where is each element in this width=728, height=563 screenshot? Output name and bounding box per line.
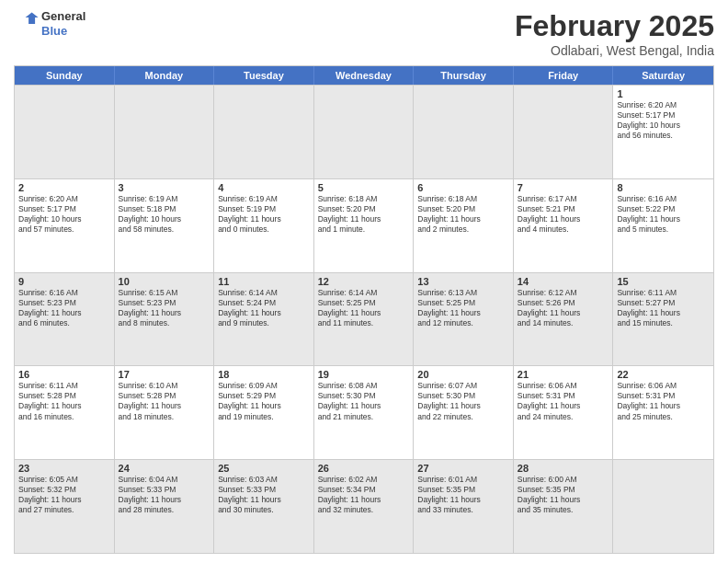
day-info: Sunrise: 6:18 AM Sunset: 5:20 PM Dayligh… [417,194,509,235]
empty-cell-r0c0 [15,86,115,178]
title-block: February 2025 Odlabari, West Bengal, Ind… [515,9,714,58]
day-cell-2: 2Sunrise: 6:20 AM Sunset: 5:17 PM Daylig… [15,179,115,272]
day-number: 20 [417,369,509,380]
day-cell-23: 23Sunrise: 6:05 AM Sunset: 5:32 PM Dayli… [15,460,115,553]
calendar-header: SundayMondayTuesdayWednesdayThursdayFrid… [15,66,713,85]
day-info: Sunrise: 6:20 AM Sunset: 5:17 PM Dayligh… [617,100,710,141]
day-cell-9: 9Sunrise: 6:16 AM Sunset: 5:23 PM Daylig… [15,273,115,366]
day-info: Sunrise: 6:06 AM Sunset: 5:31 PM Dayligh… [617,381,710,421]
empty-cell-r0c2 [214,86,314,178]
day-number: 2 [18,182,110,193]
calendar-row-1: 1Sunrise: 6:20 AM Sunset: 5:17 PM Daylig… [15,85,713,178]
month-year: February 2025 [515,9,714,43]
day-info: Sunrise: 6:11 AM Sunset: 5:28 PM Dayligh… [18,381,110,421]
day-cell-28: 28Sunrise: 6:00 AM Sunset: 5:35 PM Dayli… [514,460,614,553]
day-number: 27 [417,463,509,474]
header: General Blue February 2025 Odlabari, Wes… [14,9,714,58]
calendar-body: 1Sunrise: 6:20 AM Sunset: 5:17 PM Daylig… [15,85,713,553]
weekday-header-monday: Monday [115,66,215,85]
day-number: 18 [218,369,310,380]
day-info: Sunrise: 6:04 AM Sunset: 5:33 PM Dayligh… [119,475,210,515]
day-info: Sunrise: 6:14 AM Sunset: 5:24 PM Dayligh… [218,288,310,328]
day-number: 10 [119,276,210,287]
weekday-header-thursday: Thursday [414,66,514,85]
day-info: Sunrise: 6:16 AM Sunset: 5:22 PM Dayligh… [617,194,710,235]
day-number: 19 [318,369,410,380]
day-number: 21 [518,369,609,380]
day-cell-22: 22Sunrise: 6:06 AM Sunset: 5:31 PM Dayli… [613,366,713,459]
day-number: 14 [518,276,609,287]
day-info: Sunrise: 6:14 AM Sunset: 5:25 PM Dayligh… [318,288,410,328]
day-cell-16: 16Sunrise: 6:11 AM Sunset: 5:28 PM Dayli… [15,366,115,459]
day-info: Sunrise: 6:00 AM Sunset: 5:35 PM Dayligh… [518,475,609,515]
day-info: Sunrise: 6:02 AM Sunset: 5:34 PM Dayligh… [318,475,410,515]
day-cell-11: 11Sunrise: 6:14 AM Sunset: 5:24 PM Dayli… [214,273,314,366]
day-info: Sunrise: 6:15 AM Sunset: 5:23 PM Dayligh… [119,288,210,328]
day-cell-7: 7Sunrise: 6:17 AM Sunset: 5:21 PM Daylig… [514,179,614,272]
logo-icon [14,11,40,37]
day-number: 24 [119,463,210,474]
empty-cell-r0c1 [115,86,215,178]
svg-marker-0 [26,12,39,24]
calendar-row-5: 23Sunrise: 6:05 AM Sunset: 5:32 PM Dayli… [15,459,713,553]
weekday-header-saturday: Saturday [613,66,713,85]
day-cell-13: 13Sunrise: 6:13 AM Sunset: 5:25 PM Dayli… [414,273,514,366]
day-info: Sunrise: 6:13 AM Sunset: 5:25 PM Dayligh… [417,288,509,328]
day-cell-19: 19Sunrise: 6:08 AM Sunset: 5:30 PM Dayli… [314,366,415,459]
day-cell-14: 14Sunrise: 6:12 AM Sunset: 5:26 PM Dayli… [514,273,614,366]
day-number: 16 [18,369,110,380]
day-cell-3: 3Sunrise: 6:19 AM Sunset: 5:18 PM Daylig… [115,179,215,272]
day-number: 17 [119,369,210,380]
day-info: Sunrise: 6:19 AM Sunset: 5:18 PM Dayligh… [119,194,210,235]
day-info: Sunrise: 6:18 AM Sunset: 5:20 PM Dayligh… [318,194,410,235]
day-number: 3 [119,182,210,193]
day-number: 6 [417,182,509,193]
day-number: 1 [617,88,710,99]
empty-cell-r4c6 [613,460,713,553]
day-info: Sunrise: 6:07 AM Sunset: 5:30 PM Dayligh… [417,381,509,421]
day-number: 25 [218,463,310,474]
day-number: 4 [218,182,310,193]
day-info: Sunrise: 6:03 AM Sunset: 5:33 PM Dayligh… [218,475,310,515]
day-cell-21: 21Sunrise: 6:06 AM Sunset: 5:31 PM Dayli… [514,366,614,459]
day-number: 12 [318,276,410,287]
day-cell-5: 5Sunrise: 6:18 AM Sunset: 5:20 PM Daylig… [314,179,415,272]
day-number: 23 [18,463,110,474]
day-info: Sunrise: 6:17 AM Sunset: 5:21 PM Dayligh… [518,194,609,235]
day-cell-18: 18Sunrise: 6:09 AM Sunset: 5:29 PM Dayli… [214,366,314,459]
page: General Blue February 2025 Odlabari, Wes… [0,0,728,563]
day-cell-15: 15Sunrise: 6:11 AM Sunset: 5:27 PM Dayli… [613,273,713,366]
location: Odlabari, West Bengal, India [515,43,714,58]
weekday-header-friday: Friday [514,66,614,85]
calendar-row-4: 16Sunrise: 6:11 AM Sunset: 5:28 PM Dayli… [15,365,713,459]
day-cell-12: 12Sunrise: 6:14 AM Sunset: 5:25 PM Dayli… [314,273,415,366]
day-info: Sunrise: 6:09 AM Sunset: 5:29 PM Dayligh… [218,381,310,421]
day-cell-24: 24Sunrise: 6:04 AM Sunset: 5:33 PM Dayli… [115,460,215,553]
day-info: Sunrise: 6:08 AM Sunset: 5:30 PM Dayligh… [318,381,410,421]
day-number: 8 [617,182,710,193]
day-cell-10: 10Sunrise: 6:15 AM Sunset: 5:23 PM Dayli… [115,273,215,366]
day-info: Sunrise: 6:19 AM Sunset: 5:19 PM Dayligh… [218,194,310,235]
calendar-row-2: 2Sunrise: 6:20 AM Sunset: 5:17 PM Daylig… [15,178,713,272]
day-cell-25: 25Sunrise: 6:03 AM Sunset: 5:33 PM Dayli… [214,460,314,553]
calendar-row-3: 9Sunrise: 6:16 AM Sunset: 5:23 PM Daylig… [15,272,713,366]
day-info: Sunrise: 6:06 AM Sunset: 5:31 PM Dayligh… [518,381,609,421]
day-number: 9 [18,276,110,287]
logo-text-general: General [41,9,85,24]
weekday-header-wednesday: Wednesday [314,66,415,85]
day-info: Sunrise: 6:01 AM Sunset: 5:35 PM Dayligh… [417,475,509,515]
day-number: 15 [617,276,710,287]
empty-cell-r0c5 [514,86,614,178]
weekday-header-sunday: Sunday [15,66,115,85]
weekday-header-tuesday: Tuesday [214,66,314,85]
day-info: Sunrise: 6:11 AM Sunset: 5:27 PM Dayligh… [617,288,710,328]
empty-cell-r0c3 [314,86,415,178]
day-number: 22 [617,369,710,380]
day-number: 28 [518,463,609,474]
day-info: Sunrise: 6:10 AM Sunset: 5:28 PM Dayligh… [119,381,210,421]
day-number: 5 [318,182,410,193]
empty-cell-r0c4 [414,86,514,178]
day-number: 13 [417,276,509,287]
day-number: 11 [218,276,310,287]
day-info: Sunrise: 6:16 AM Sunset: 5:23 PM Dayligh… [18,288,110,328]
